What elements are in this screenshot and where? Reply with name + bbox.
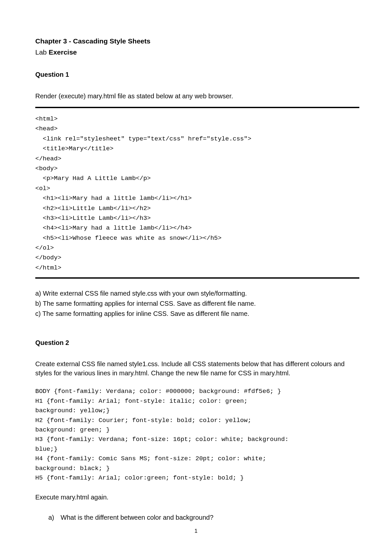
q1-intro: Render (execute) mary.html file as state… <box>35 91 359 101</box>
chapter-title: Chapter 3 - Cascading Style Sheets <box>35 36 359 46</box>
q1-c: c) The same formatting applies for inlin… <box>35 309 359 319</box>
page-content: Chapter 3 - Cascading Style Sheets Lab E… <box>35 36 359 522</box>
lab-exercise-subtitle: Lab Exercise <box>35 47 359 57</box>
question-2-heading: Question 2 <box>35 338 359 348</box>
q2-code-block: BODY {font-family: Verdana; color: #0000… <box>35 387 359 483</box>
lab-prefix: Lab <box>35 48 49 56</box>
q2-sub-questions: a) What is the different between color a… <box>35 513 359 522</box>
q2-execute: Execute mary.html again. <box>35 492 359 502</box>
divider-bottom <box>35 277 359 279</box>
q2-a-label: a) <box>48 513 59 522</box>
lab-bold: Exercise <box>49 48 77 56</box>
q1-code-block: <html> <head> <link rel="stylesheet" typ… <box>35 114 359 273</box>
q2-a-text: What is the different between color and … <box>61 514 214 521</box>
q1-b: b) The same formatting applies for inter… <box>35 299 359 309</box>
question-1-heading: Question 1 <box>35 70 359 79</box>
q1-a: a) Write external CSS file named style.c… <box>35 288 359 299</box>
divider-top <box>35 107 359 108</box>
page-number: 1 <box>0 527 392 535</box>
q1-sub-questions: a) Write external CSS file named style.c… <box>35 288 359 319</box>
q2-intro: Create external CSS file named style1.cs… <box>35 359 359 378</box>
